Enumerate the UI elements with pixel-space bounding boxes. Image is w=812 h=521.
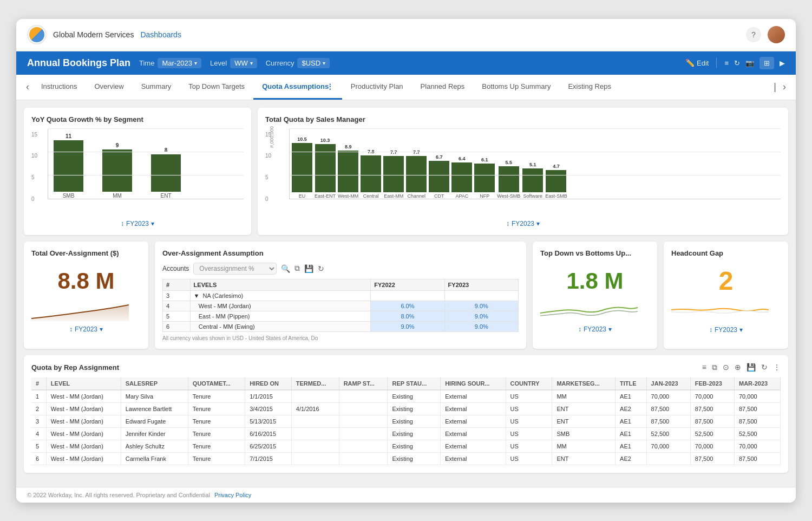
table-row: 3 ▼ NA (Carlesimo)	[163, 290, 519, 301]
over-assign-title: Total Over-Assignment ($)	[31, 249, 141, 257]
headcount-mini-chart	[671, 300, 781, 322]
tab-quota-assumptions[interactable]: Quota Assumptions ⋮	[253, 75, 342, 100]
oa-toolbar: Accounts Overassignment % 🔍 ⧉ 💾 ↻	[162, 263, 519, 275]
tab-planned-reps[interactable]: Planned Reps	[412, 75, 474, 100]
topdown-year[interactable]: ↕ FY2023 ▾	[578, 325, 612, 333]
currency-value[interactable]: $USD ▾	[297, 58, 330, 68]
headcount-value: 2	[671, 266, 781, 296]
level-filter: Level WW ▾	[210, 58, 257, 68]
tab-summary[interactable]: Summary	[133, 75, 180, 100]
refresh-icon[interactable]: ↻	[734, 59, 740, 67]
company-name: Global Modern Services	[53, 30, 134, 39]
headcount-widget: Headcount Gap 2 ↕ FY2023 ▾	[664, 242, 788, 349]
bar-software: 5.1 Software	[522, 162, 543, 199]
tab-productivity-plan[interactable]: Productivity Plan	[342, 75, 412, 100]
th-jan2023: JAN-2023	[646, 377, 690, 390]
video-icon[interactable]: ▶	[780, 59, 785, 67]
avatar[interactable]	[768, 26, 785, 43]
chart1-year-badge[interactable]: ↕ FY2023 ▾	[121, 220, 154, 227]
tab-next-button[interactable]: ›	[780, 75, 789, 99]
help-icon[interactable]: ?	[746, 27, 761, 42]
copy2-icon[interactable]: ⧉	[712, 363, 717, 372]
bar-software-rect	[522, 168, 543, 192]
tab-bar: ‹ Instructions Overview Summary Top Down…	[16, 75, 796, 100]
table-row: 4 West - MM (Jordan) 6.0% 9.0%	[163, 301, 519, 311]
tab-instructions[interactable]: Instructions	[32, 75, 86, 100]
chart1-bars: 11 SMB 9 MM 8 ENT	[48, 129, 244, 199]
year-chevron-icon: ▾	[151, 220, 154, 227]
copyright-text: © 2022 Workday, Inc. All rights reserved…	[27, 492, 210, 498]
save2-icon[interactable]: 💾	[746, 363, 756, 372]
save-icon[interactable]: 💾	[304, 264, 313, 273]
th-salesrep: SALESREP	[121, 377, 188, 390]
search-icon[interactable]: 🔍	[281, 264, 290, 273]
year2-filter-icon: ↕	[506, 220, 509, 227]
th-quotamet: QUOTAMET...	[188, 377, 245, 390]
camera-icon[interactable]: 📷	[745, 59, 754, 67]
headcount-year[interactable]: ↕ FY2023 ▾	[709, 326, 743, 334]
chart2-bars: 10.5 EU 10.3 East-ENT 8.9 West-MM	[289, 129, 781, 199]
currency-filter: Currency $USD ▾	[266, 58, 330, 68]
chart2-y-label: #,000,000	[269, 126, 274, 147]
tab-more-icon[interactable]: |	[770, 75, 780, 99]
tab-top-down-targets[interactable]: Top Down Targets	[180, 75, 253, 100]
bar-nfp-rect	[474, 164, 495, 192]
quota-table-title: Quota by Rep Assignment	[31, 363, 119, 372]
year3-chevron-icon: ▾	[100, 325, 103, 333]
bar-channel-rect	[406, 156, 427, 192]
col-levels: LEVELS	[190, 279, 371, 290]
header-bar: Annual Bookings Plan Time Mar-2023 ▾ Lev…	[16, 51, 796, 75]
refresh2-icon[interactable]: ↻	[318, 264, 324, 273]
tab-overview[interactable]: Overview	[86, 75, 132, 100]
privacy-policy-link[interactable]: Privacy Policy	[214, 492, 251, 498]
bar-smb-rect	[54, 140, 83, 192]
year2-chevron-icon: ▾	[536, 220, 540, 227]
page-title: Annual Bookings Plan	[27, 57, 130, 69]
quota-rep-table: # LEVEL SALESREP QUOTAMET... HIRED ON TE…	[31, 377, 781, 465]
over-assign-year[interactable]: ↕ FY2023 ▾	[69, 325, 103, 333]
th-mar2023: MAR-2023	[735, 377, 781, 390]
overassignment-dropdown[interactable]: Overassignment %	[193, 263, 277, 275]
copy-icon[interactable]: ⧉	[294, 264, 300, 273]
filter-icon[interactable]: ≡	[724, 59, 729, 67]
time-chevron-icon: ▾	[194, 60, 197, 66]
edit-button[interactable]: ✏️ Edit	[685, 58, 709, 67]
topdown-widget: Top Down vs Bottoms Up... 1.8 M ↕ FY2023…	[533, 242, 657, 349]
time-label: Time	[139, 59, 154, 67]
more-icon[interactable]: ⋮	[773, 363, 781, 372]
table-row: 3 West - MM (Jordan) Edward Fugate Tenur…	[31, 415, 781, 427]
tab-bottoms-up-summary[interactable]: Bottoms Up Summary	[473, 75, 559, 100]
th-termed: TERMED...	[291, 377, 339, 390]
bar-apac: 6.4 APAC	[451, 156, 472, 199]
bar-west-mm: 8.9 West-MM	[338, 144, 358, 199]
currency-chevron-icon: ▾	[323, 60, 325, 66]
bar-east-ent: 10.3 East-ENT	[315, 138, 336, 199]
time-value[interactable]: Mar-2023 ▾	[158, 58, 201, 68]
level-value[interactable]: WW ▾	[230, 58, 257, 68]
bar-eu: 10.5 EU	[292, 136, 312, 199]
topdown-value: 1.8 M	[540, 268, 650, 294]
assumption-title: Over-Assignment Assumption	[162, 249, 519, 257]
bar-west-mm-rect	[338, 151, 358, 192]
expand-icon[interactable]: ⊕	[735, 363, 741, 372]
filter2-icon[interactable]: ≡	[702, 363, 706, 372]
tab-existing-reps[interactable]: Existing Reps	[559, 75, 619, 100]
dashboards-link[interactable]: Dashboards	[140, 30, 181, 39]
grid-icon[interactable]: ⊞	[759, 57, 774, 69]
chart2-year-badge[interactable]: ↕ FY2023 ▾	[506, 220, 540, 227]
top-nav: Global Modern Services Dashboards ?	[16, 19, 796, 51]
tab-options-icon[interactable]: ⋮	[326, 82, 333, 90]
th-feb2023: FEB-2023	[690, 377, 734, 390]
over-assign-footer: ↕ FY2023 ▾	[31, 325, 141, 333]
refresh3-icon[interactable]: ↻	[761, 363, 768, 372]
settings-icon[interactable]: ⊙	[723, 363, 729, 372]
bar-apac-rect	[451, 162, 472, 192]
col-fy2022: FY2022	[371, 279, 444, 290]
topdown-mini-chart	[540, 299, 650, 321]
year5-filter-icon: ↕	[709, 326, 712, 334]
time-filter: Time Mar-2023 ▾	[139, 58, 201, 68]
th-hired: HIRED ON	[245, 377, 292, 390]
tab-prev-button[interactable]: ‹	[23, 75, 32, 99]
bar-central-rect	[361, 155, 381, 192]
table-row: 6 West - MM (Jordan) Carmella Frank Tenu…	[31, 452, 781, 465]
